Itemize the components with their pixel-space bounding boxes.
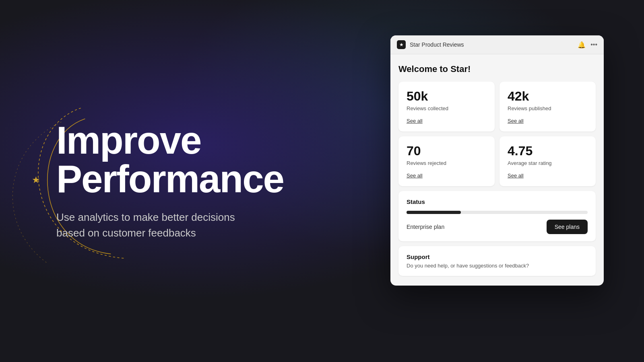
stat-label-collected: Reviews collected	[407, 105, 487, 111]
support-card: Support Do you need help, or have sugges…	[398, 246, 596, 276]
app-icon-star: ★	[399, 42, 404, 47]
stat-card-reviews-collected: 50k Reviews collected See all	[398, 82, 495, 132]
stat-label-avg-rating: Average star rating	[508, 160, 588, 166]
hero-subtitle: Use analytics to make better decisions b…	[56, 210, 258, 241]
progress-bar-fill	[407, 211, 461, 214]
progress-bar-container	[407, 211, 588, 214]
plan-label: Enterprise plan	[407, 224, 444, 230]
see-all-collected[interactable]: See all	[407, 118, 423, 124]
hero-title: Improve Performance	[56, 121, 346, 198]
see-all-avg-rating[interactable]: See all	[508, 173, 524, 179]
window-content: Welcome to Star! 50k Reviews collected S…	[390, 54, 604, 286]
app-icon: ★	[397, 40, 406, 49]
stat-label-published: Reviews published	[508, 105, 588, 111]
more-icon[interactable]: •••	[590, 41, 597, 48]
stat-value-published: 42k	[508, 89, 588, 104]
app-window: ★ Star Product Reviews 🔔 ••• Welcome to …	[390, 35, 604, 286]
see-plans-button[interactable]: See plans	[547, 220, 588, 234]
support-text: Do you need help, or have suggestions or…	[407, 263, 588, 269]
see-all-published[interactable]: See all	[508, 118, 524, 124]
stat-card-reviews-rejected: 70 Reviews rejected See all	[398, 136, 495, 186]
see-all-rejected[interactable]: See all	[407, 173, 423, 179]
status-title: Status	[407, 198, 588, 205]
stat-card-reviews-published: 42k Reviews published See all	[500, 82, 596, 132]
status-card: Status Enterprise plan See plans	[398, 191, 596, 241]
stat-value-rejected: 70	[407, 144, 487, 158]
bell-icon[interactable]: 🔔	[578, 41, 586, 49]
welcome-heading: Welcome to Star!	[398, 64, 596, 74]
stat-card-avg-rating: 4.75 Average star rating See all	[500, 136, 596, 186]
window-titlebar: ★ Star Product Reviews 🔔 •••	[390, 35, 604, 54]
stat-value-collected: 50k	[407, 89, 487, 104]
stat-value-avg-rating: 4.75	[508, 144, 588, 158]
status-footer: Enterprise plan See plans	[407, 220, 588, 234]
stats-grid: 50k Reviews collected See all 42k Review…	[398, 82, 596, 186]
window-title: Star Product Reviews	[410, 41, 578, 48]
stat-label-rejected: Reviews rejected	[407, 160, 487, 166]
support-title: Support	[407, 253, 588, 260]
window-actions: 🔔 •••	[578, 41, 597, 49]
left-section: Improve Performance Use analytics to mak…	[0, 0, 346, 362]
